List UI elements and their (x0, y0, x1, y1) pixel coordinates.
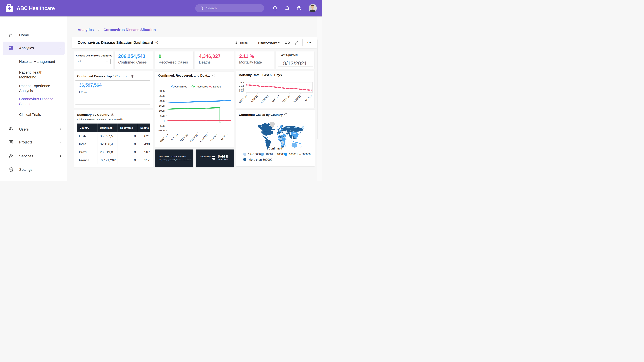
svg-text:2.16: 2.16 (239, 84, 244, 87)
svg-text:150M: 150M (159, 104, 165, 107)
svg-text:200M: 200M (159, 99, 165, 102)
svg-text:7/12/2021: 7/12/2021 (260, 94, 269, 104)
svg-text:2.2: 2.2 (240, 82, 244, 84)
svg-text:7/4/2021: 7/4/2021 (250, 94, 258, 103)
svg-text:8/5/2021: 8/5/2021 (210, 133, 218, 142)
svg-text:Deaths: Deaths (213, 85, 221, 88)
svg-text:6/26/2021: 6/26/2021 (160, 133, 169, 143)
svg-text:8/13/20: 8/13/20 (220, 133, 228, 141)
svg-text:2.12: 2.12 (239, 87, 244, 90)
svg-text:7/4/2021: 7/4/2021 (170, 133, 179, 142)
svg-text:-100M: -100M (158, 129, 165, 132)
svg-text:0: 0 (164, 119, 165, 122)
svg-text:7/20/2021: 7/20/2021 (189, 133, 198, 143)
svg-text:2.08: 2.08 (239, 90, 244, 93)
svg-text:8/5/2021: 8/5/2021 (293, 94, 302, 103)
svg-text:6/26/2021: 6/26/2021 (238, 94, 248, 104)
svg-text:7/28/2021: 7/28/2021 (199, 133, 208, 143)
svg-text:300M: 300M (159, 89, 165, 92)
svg-text:50M: 50M (160, 114, 165, 117)
svg-text:8/13/20: 8/13/20 (305, 94, 312, 102)
svg-text:7/28/2021: 7/28/2021 (281, 94, 291, 104)
svg-text:250M: 250M (159, 94, 165, 97)
svg-text:Recovered: Recovered (196, 85, 208, 88)
svg-text:-50M: -50M (160, 124, 165, 127)
svg-text:Confirmed: Confirmed (175, 85, 187, 88)
svg-text:100M: 100M (159, 109, 165, 112)
svg-text:7/20/2021: 7/20/2021 (270, 94, 280, 104)
svg-text:7/12/2021: 7/12/2021 (179, 133, 189, 143)
